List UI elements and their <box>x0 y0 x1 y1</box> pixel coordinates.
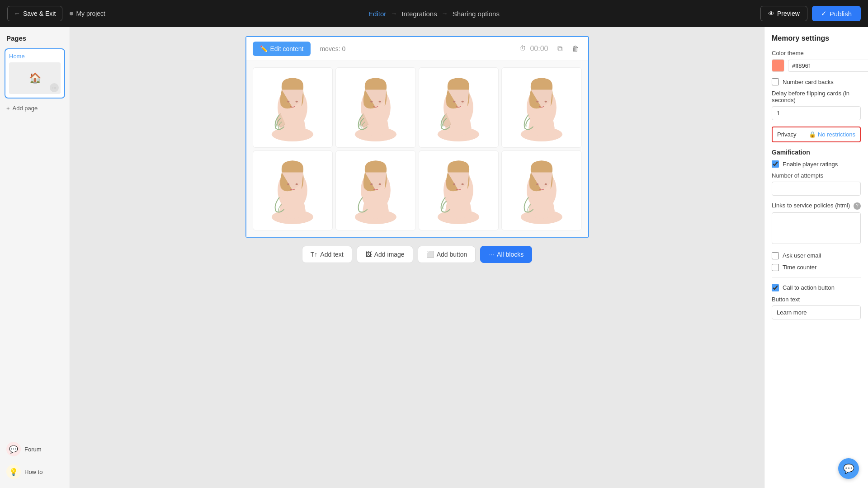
memory-card[interactable] <box>419 150 499 231</box>
memory-card[interactable] <box>335 150 416 231</box>
dots-icon: ··· <box>489 251 494 258</box>
privacy-label: Privacy <box>777 131 797 138</box>
number-card-backs-checkbox[interactable] <box>772 78 779 85</box>
color-input[interactable] <box>788 60 868 72</box>
canvas-moves: moves: 0 <box>320 45 345 52</box>
panel-title: Memory settings <box>772 34 861 42</box>
check-icon: ✓ <box>821 9 827 18</box>
gamification-title: Gamification <box>772 149 861 156</box>
svg-point-28 <box>370 183 373 185</box>
svg-point-13 <box>453 101 455 103</box>
memory-card[interactable] <box>335 67 416 148</box>
canvas-wrapper: ✏️ Edit content moves: 0 ⏱ 00:00 ⧉ 🗑 <box>245 36 589 238</box>
howto-link[interactable]: 💡 How to <box>5 463 65 481</box>
svg-point-23 <box>287 183 289 185</box>
delay-section: Delay before flipping cards (in seconds) <box>772 90 861 120</box>
svg-point-3 <box>287 101 289 103</box>
button-text-section: Button text <box>772 296 861 319</box>
eye-icon: 👁 <box>768 10 774 17</box>
page-card-preview: 🏠 ··· <box>9 62 61 94</box>
lock-icon: 🔒 <box>809 131 816 138</box>
add-page-button[interactable]: + Add page <box>5 103 65 113</box>
button-text-label: Button text <box>772 296 861 303</box>
publish-button[interactable]: ✓ Publish <box>812 6 861 21</box>
all-blocks-button[interactable]: ··· All blocks <box>480 246 532 263</box>
memory-card[interactable] <box>501 150 582 231</box>
svg-point-18 <box>536 101 538 103</box>
color-theme-label: Color theme <box>772 50 861 56</box>
ask-email-checkbox[interactable] <box>772 252 779 259</box>
nav-step-editor[interactable]: Editor <box>368 10 386 18</box>
chat-icon: 💬 <box>843 463 854 474</box>
memory-card[interactable] <box>419 67 499 148</box>
back-arrow-icon: ← <box>14 10 20 17</box>
nav-step-sharing[interactable]: Sharing options <box>453 10 500 18</box>
timer-value: 00:00 <box>530 45 548 53</box>
chat-bubble[interactable]: 💬 <box>838 458 859 479</box>
project-name: My project <box>70 10 105 17</box>
nav-right: 👁 Preview ✓ Publish <box>760 6 861 21</box>
svg-point-14 <box>462 101 464 103</box>
add-image-button[interactable]: 🖼 Add image <box>357 246 413 263</box>
privacy-row[interactable]: Privacy 🔒 No restrictions <box>772 127 861 142</box>
image-icon: 🖼 <box>365 251 372 258</box>
canvas-toolbar: ✏️ Edit content moves: 0 ⏱ 00:00 ⧉ 🗑 <box>246 37 588 61</box>
home-icon: 🏠 <box>29 72 41 84</box>
memory-card[interactable] <box>253 150 333 231</box>
pages-title: Pages <box>5 34 65 42</box>
service-policies-input[interactable] <box>772 212 861 244</box>
svg-point-19 <box>544 101 547 103</box>
svg-point-29 <box>378 183 381 185</box>
time-counter-label: Time counter <box>783 264 816 271</box>
timer-icon: ⏱ <box>519 45 526 53</box>
memory-card[interactable] <box>501 67 582 148</box>
project-dot <box>70 12 73 15</box>
button-text-input[interactable] <box>772 305 861 319</box>
nav-step-integrations[interactable]: Integrations <box>401 10 437 18</box>
plus-icon: + <box>6 105 10 112</box>
color-theme-section: Color theme <box>772 50 861 72</box>
home-page-card[interactable]: Home 🏠 ··· <box>5 48 65 99</box>
svg-point-38 <box>536 183 538 185</box>
enable-ratings-row: Enable player ratings <box>772 160 861 168</box>
memory-grid <box>246 61 588 237</box>
canvas-area: ✏️ Edit content moves: 0 ⏱ 00:00 ⧉ 🗑 <box>70 27 764 488</box>
forum-link[interactable]: 💬 Forum <box>5 440 65 458</box>
call-to-action-row: Call to action button <box>772 284 861 291</box>
page-card-title: Home <box>9 53 61 60</box>
edit-content-button[interactable]: ✏️ Edit content <box>253 42 311 56</box>
call-to-action-label: Call to action button <box>783 284 835 291</box>
preview-button[interactable]: 👁 Preview <box>760 6 807 21</box>
add-text-button[interactable]: T↑ Add text <box>302 246 352 263</box>
canvas-actions: ⧉ 🗑 <box>554 42 582 55</box>
main-layout: Pages Home 🏠 ··· + Add page 💬 Forum 💡 Ho… <box>0 27 868 488</box>
time-counter-row: Time counter <box>772 264 861 271</box>
delay-input[interactable] <box>772 106 861 120</box>
sidebar-bottom: 💬 Forum 💡 How to <box>5 440 65 481</box>
svg-point-33 <box>453 183 455 185</box>
attempts-input[interactable] <box>772 182 861 196</box>
enable-ratings-label: Enable player ratings <box>783 161 838 168</box>
howto-label: How to <box>24 469 42 475</box>
page-card-menu-dots[interactable]: ··· <box>50 83 59 92</box>
add-button-button[interactable]: ⬜ Add button <box>418 246 476 263</box>
save-exit-button[interactable]: ← Save & Exit <box>7 6 62 21</box>
help-icon[interactable]: ? <box>854 202 861 210</box>
service-policies-label: Links to service policies (html) ? <box>772 202 861 210</box>
memory-card[interactable] <box>253 67 333 148</box>
svg-point-24 <box>296 183 298 185</box>
copy-button[interactable]: ⧉ <box>554 42 566 55</box>
call-to-action-checkbox[interactable] <box>772 284 779 291</box>
enable-ratings-checkbox[interactable] <box>772 160 779 168</box>
sidebar: Pages Home 🏠 ··· + Add page 💬 Forum 💡 Ho… <box>0 27 70 488</box>
color-swatch[interactable] <box>772 59 784 72</box>
right-panel: Memory settings Color theme Number card … <box>764 27 868 488</box>
canvas-timer-area: ⏱ 00:00 <box>519 45 548 53</box>
button-icon: ⬜ <box>426 251 434 258</box>
attempts-section: Number of attempts <box>772 172 861 196</box>
svg-point-9 <box>378 101 381 103</box>
svg-point-39 <box>544 183 547 185</box>
text-icon: T↑ <box>311 251 318 258</box>
time-counter-checkbox[interactable] <box>772 264 779 271</box>
delete-button[interactable]: 🗑 <box>569 42 582 55</box>
